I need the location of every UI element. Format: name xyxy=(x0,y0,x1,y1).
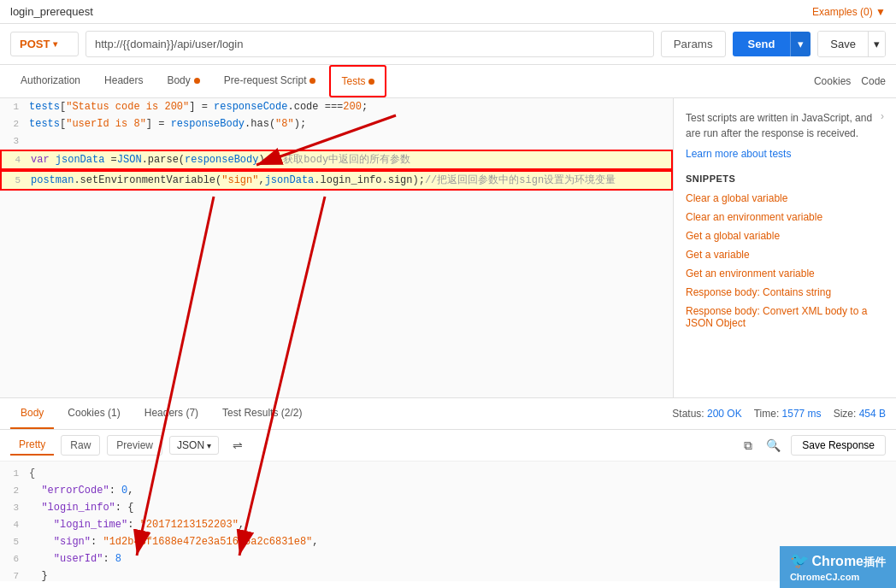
watermark: 🐦 Chrome插件 ChromeCJ.com xyxy=(780,546,896,588)
tab-tests-label: Tests xyxy=(341,75,365,87)
method-chevron-icon: ▾ xyxy=(53,39,57,49)
save-button-group: Save ▾ xyxy=(817,31,886,57)
cookies-code-area: Cookies Code xyxy=(814,75,886,87)
response-code-area[interactable]: 1 { 2 "errorCode": 0, 3 "login_info": { … xyxy=(0,462,896,581)
code-editor[interactable]: 1 tests["Status code is 200"] = response… xyxy=(0,98,674,397)
cookies-link[interactable]: Cookies xyxy=(814,75,851,87)
tab-headers[interactable]: Headers xyxy=(94,66,153,97)
app-container: login_prerequest Examples (0) ▼ POST ▾ P… xyxy=(0,0,896,588)
save-response-button[interactable]: Save Response xyxy=(791,435,886,456)
resp-tab-cookies-label: Cookies (1) xyxy=(68,407,120,419)
send-button-group: Send ▾ xyxy=(733,32,811,56)
format-chevron-icon: ▾ xyxy=(207,441,211,450)
request-tabs: Authorization Headers Body Pre-request S… xyxy=(0,65,896,98)
resp-line-3: 3 "login_info": { xyxy=(0,499,896,516)
copy-button[interactable]: ⧉ xyxy=(740,437,756,455)
response-tabs-row: Body Cookies (1) Headers (7) Test Result… xyxy=(0,398,896,430)
status-badge: Status: 200 OK xyxy=(672,408,741,420)
tab-body-label: Body xyxy=(167,74,190,86)
body-dot-indicator xyxy=(194,78,200,84)
snippet-clear-global[interactable]: Clear a global variable xyxy=(686,192,884,204)
tab-prerequest[interactable]: Pre-request Script xyxy=(214,66,327,97)
tab-authorization-label: Authorization xyxy=(21,74,80,86)
snippet-body-string[interactable]: Response body: Contains string xyxy=(686,286,884,298)
code-line-2: 2 tests["userId is 8"] = responseBody.ha… xyxy=(0,115,673,132)
main-content: 1 tests["Status code is 200"] = response… xyxy=(0,98,896,397)
line-number-5: 5 xyxy=(2,172,27,189)
snippet-body-xml[interactable]: Response body: Convert XML body to a JSO… xyxy=(686,305,884,329)
resp-tab-body-label: Body xyxy=(21,407,44,419)
resp-tab-cookies[interactable]: Cookies (1) xyxy=(57,398,130,429)
method-label: POST xyxy=(20,38,50,50)
resp-line-content-3: "login_info": { xyxy=(26,499,896,516)
params-button[interactable]: Params xyxy=(661,31,726,57)
time-badge: Time: 1577 ms xyxy=(754,408,822,420)
tab-tests[interactable]: Tests xyxy=(329,65,386,97)
url-input[interactable] xyxy=(85,31,654,57)
snippets-title: SNIPPETS xyxy=(686,173,884,184)
code-line-1: 1 tests["Status code is 200"] = response… xyxy=(0,98,673,115)
title-bar: login_prerequest Examples (0) ▼ xyxy=(0,0,896,24)
resp-line-6: 6 "userId": 8 xyxy=(0,550,896,567)
line-number-2: 2 xyxy=(0,115,26,132)
pretty-button[interactable]: Pretty xyxy=(10,435,54,456)
format-select[interactable]: JSON ▾ xyxy=(169,436,219,455)
resp-tab-headers-label: Headers (7) xyxy=(144,407,198,419)
url-bar: POST ▾ Params Send ▾ Save ▾ xyxy=(0,24,896,65)
search-button[interactable]: 🔍 xyxy=(763,437,784,454)
save-dropdown-button[interactable]: ▾ xyxy=(868,32,885,56)
watermark-site: ChromeCJ.com xyxy=(790,572,859,582)
line-number-3: 3 xyxy=(0,132,26,150)
response-toolbar: Pretty Raw Preview JSON ▾ ⇌ ⧉ 🔍 Save Res… xyxy=(0,430,896,462)
size-value: 454 B xyxy=(859,408,886,420)
resp-line-num-6: 6 xyxy=(0,550,26,567)
tab-headers-label: Headers xyxy=(104,74,143,86)
line-content-5: postman.setEnvironmentVariable("sign",js… xyxy=(27,172,671,189)
resp-tab-test-results[interactable]: Test Results (2/2) xyxy=(212,398,312,429)
tab-authorization[interactable]: Authorization xyxy=(10,66,91,97)
examples-link[interactable]: Examples (0) ▼ xyxy=(812,6,886,18)
resp-line-4: 4 "login_time": "20171213152203", xyxy=(0,516,896,533)
raw-button[interactable]: Raw xyxy=(61,435,100,456)
code-link[interactable]: Code xyxy=(861,75,886,87)
method-select[interactable]: POST ▾ xyxy=(10,32,79,56)
line-number-4: 4 xyxy=(2,151,27,168)
tab-body[interactable]: Body xyxy=(156,66,209,97)
response-status-area: Status: 200 OK Time: 1577 ms Size: 454 B xyxy=(672,408,886,420)
snippet-get-variable[interactable]: Get a variable xyxy=(686,249,884,261)
resp-line-content-6: "userId": 8 xyxy=(26,550,896,567)
code-line-4: 4 var jsonData =JSON.parse(responseBody)… xyxy=(0,150,673,170)
resp-line-num-7: 7 xyxy=(0,567,26,581)
resp-line-content-7: } xyxy=(26,567,896,581)
resp-line-num-2: 2 xyxy=(0,482,26,499)
resp-tab-headers[interactable]: Headers (7) xyxy=(134,398,209,429)
resp-line-num-5: 5 xyxy=(0,533,26,550)
size-badge: Size: 454 B xyxy=(834,408,886,420)
resp-line-2: 2 "errorCode": 0, xyxy=(0,482,896,499)
response-area: Body Cookies (1) Headers (7) Test Result… xyxy=(0,397,896,581)
resp-line-num-4: 4 xyxy=(0,516,26,533)
wrap-icon[interactable]: ⇌ xyxy=(226,435,250,456)
send-dropdown-button[interactable]: ▾ xyxy=(790,32,811,56)
tab-prerequest-label: Pre-request Script xyxy=(224,74,307,86)
right-panel: Test scripts are written in JavaScript, … xyxy=(674,98,896,397)
prerequest-dot-indicator xyxy=(309,78,315,84)
snippet-get-global[interactable]: Get a global variable xyxy=(686,230,884,242)
watermark-chrome: Chrome xyxy=(812,554,864,568)
code-line-3: 3 xyxy=(0,132,673,150)
save-button[interactable]: Save xyxy=(818,32,868,56)
resp-line-content-1: { xyxy=(26,465,896,482)
snippet-get-env[interactable]: Get an environment variable xyxy=(686,268,884,279)
snippet-clear-env[interactable]: Clear an environment variable xyxy=(686,211,884,223)
format-label: JSON xyxy=(177,439,204,451)
expand-icon[interactable]: › xyxy=(881,110,884,122)
learn-more-link[interactable]: Learn more about tests xyxy=(686,148,884,160)
send-button[interactable]: Send xyxy=(733,32,791,56)
resp-line-num-1: 1 xyxy=(0,465,26,482)
tests-dot-indicator xyxy=(368,79,374,85)
line-content-2: tests["userId is 8"] = responseBody.has(… xyxy=(26,115,673,132)
preview-button[interactable]: Preview xyxy=(107,435,162,456)
resp-tab-body[interactable]: Body xyxy=(10,398,54,429)
resp-line-5: 5 "sign": "1d2b43f1688e472e3a516b5a2c683… xyxy=(0,533,896,550)
resp-line-content-5: "sign": "1d2b43f1688e472e3a516b5a2c6831e… xyxy=(26,533,896,550)
